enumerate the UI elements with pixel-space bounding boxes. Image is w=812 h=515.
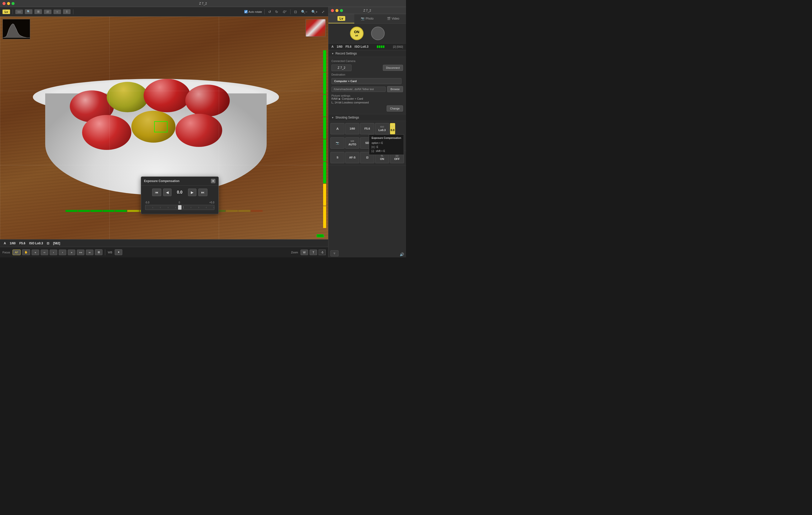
zoom-out-btn[interactable]: 🔍− — [300, 9, 308, 14]
popup-next-btn[interactable]: ▶ — [188, 189, 196, 196]
zoom-label: Zoom — [291, 251, 298, 254]
histogram-btn[interactable]: ≡≡ — [15, 9, 23, 14]
right-tabs: Lv 📷 Photo 🎬 Video — [328, 14, 406, 24]
toolbar-sep-3 — [264, 9, 265, 14]
shoot-s-btn[interactable]: S — [330, 152, 345, 163]
shoot-iso-btn[interactable]: ISO Lo0.3 — [375, 123, 389, 134]
exp-aperture: F5.6 — [346, 45, 351, 49]
destination-label-row: Destination — [331, 73, 403, 76]
toolbar-sep-1 — [12, 9, 13, 14]
maximize-button[interactable] — [11, 2, 14, 5]
status-bar: A 1/60 F5.6 ISO Lo0.3 ⊡ [582] — [0, 239, 328, 247]
exp-shutter: 1/60 — [337, 45, 343, 49]
ctrl-sep — [105, 249, 105, 255]
fit-btn[interactable]: ⊡ — [293, 9, 298, 14]
popup-next-next-btn[interactable]: ⏭ — [198, 189, 207, 196]
shoot-s-value: S — [337, 156, 338, 159]
wb-label: WB — [108, 251, 112, 254]
ctrl-double-left-btn[interactable]: ‹‹ — [41, 250, 48, 255]
ctrl-infinity-btn[interactable]: ∞ — [86, 250, 93, 255]
popup-center: 0 — [178, 201, 180, 204]
tooltip-line3: [-] : shift + E — [372, 149, 401, 153]
popup-prev-btn[interactable]: ◀ — [163, 189, 172, 196]
popup-slider-track[interactable] — [145, 205, 214, 210]
browse-button[interactable]: Browse — [387, 86, 403, 92]
angle-btn[interactable]: ·0° — [281, 9, 288, 14]
ctrl-triple-left-btn[interactable]: « — [32, 250, 39, 255]
af-btn[interactable]: AF — [12, 250, 21, 255]
shoot-wb-btn[interactable]: WB AUTO — [345, 137, 359, 149]
ctrl-hand-btn[interactable]: ✋ — [22, 249, 30, 255]
right-max-btn[interactable] — [340, 9, 343, 12]
grid-btn[interactable]: ⊞ — [34, 9, 42, 14]
rotate-right-btn[interactable]: ↻ — [274, 9, 279, 14]
tooltip-box: Exposure Compensation option + E [+] : E… — [369, 134, 404, 155]
shooting-settings-header[interactable]: ▼ Shooting Settings — [328, 114, 406, 121]
magnify-btn[interactable]: 🔍 — [25, 9, 32, 14]
lv-button[interactable]: Lv — [2, 9, 10, 14]
zoom-w-btn[interactable]: W — [300, 250, 308, 255]
minimize-button[interactable] — [7, 2, 10, 5]
camera-name-box: Z 7_2 — [331, 64, 351, 71]
shoot-afs-btn[interactable]: AF-S — [345, 152, 359, 163]
ctrl-left-btn[interactable]: ‹ — [50, 250, 57, 255]
zebra-btn[interactable]: /// — [44, 9, 52, 14]
shoot-sd-value: SD — [365, 141, 369, 145]
fullscreen-btn[interactable]: ⤢ — [321, 9, 326, 14]
disconnect-button[interactable]: Disconnect — [383, 65, 403, 71]
video-icon: 🎬 — [387, 17, 391, 20]
destination-box: Computer + Card — [331, 78, 402, 84]
right-close-btn[interactable] — [331, 9, 334, 12]
popup-min: -5.0 — [145, 201, 149, 204]
shoot-exp-icon: +/- — [391, 125, 394, 128]
bat-seg-4 — [383, 46, 384, 48]
wb-btn[interactable]: ✦ — [115, 249, 122, 255]
zoom-t-btn[interactable]: T — [310, 250, 317, 255]
ctrl-double-right-btn[interactable]: » — [68, 250, 75, 255]
left-panel: Lv ≡≡ 🔍 ⊞ /// ≈ ℹ Auto rotate ↺ ↻ ·0° ⊡ … — [0, 7, 328, 257]
record-settings-content: Connected Camera Z 7_2 Disconnect Destin… — [328, 57, 406, 114]
histogram-chart — [3, 19, 30, 39]
shoot-mode-btn[interactable]: A — [330, 123, 345, 134]
shoot-shutter-btn[interactable]: 1/60 — [345, 123, 359, 134]
rotate-left-btn[interactable]: ↺ — [267, 9, 272, 14]
change-button[interactable]: Change — [387, 106, 403, 112]
close-button[interactable] — [2, 2, 5, 5]
connected-camera-label: Connected Camera — [331, 59, 355, 62]
shooting-settings-label: Shooting Settings — [336, 116, 359, 119]
popup-thumb[interactable] — [178, 205, 181, 210]
wb-circle[interactable] — [371, 27, 385, 40]
info-btn[interactable]: ℹ — [63, 9, 70, 14]
shoot-camera-btn[interactable]: 📷 — [330, 137, 345, 149]
exposure-level-bar — [323, 50, 326, 228]
auto-rotate-checkbox[interactable] — [244, 10, 248, 13]
tab-photo[interactable]: 📷 Photo — [354, 14, 380, 23]
focus-label: Focus — [2, 251, 10, 254]
record-settings-header[interactable]: ▼ Record Settings — [328, 50, 406, 57]
popup-controls: ⏮ ◀ 0.0 ▶ ⏭ — [141, 185, 219, 199]
destination-label: Destination — [331, 73, 345, 76]
shoot-aperture-btn[interactable]: F5.6 — [360, 123, 374, 134]
af-label: AF — [355, 34, 358, 37]
picture-settings-label: Picture settings — [331, 94, 403, 97]
shoot-shutter-value: 1/60 — [350, 127, 355, 130]
af-toggle-button[interactable]: ON AF — [350, 27, 364, 40]
status-frame-icon: ⊡ — [47, 241, 49, 245]
right-min-btn[interactable] — [336, 9, 339, 12]
ctrl-right-btn[interactable]: › — [59, 250, 66, 255]
shoot-exp-btn[interactable]: +/- 0.0 — [390, 123, 395, 134]
popup-scale: -5.0 0 +5.0 — [145, 201, 214, 204]
ctrl-grid-btn[interactable]: ⊞ — [95, 249, 103, 255]
scroll-down-btn[interactable]: ▼ — [330, 250, 339, 256]
popup-prev-prev-btn[interactable]: ⏮ — [152, 189, 161, 196]
shooting-grid-1: A 1/60 F5.6 ISO Lo0.3 +/- 0.0 Exposure C… — [328, 121, 406, 136]
volume-icon: 🔊 — [400, 252, 404, 256]
overlay-btn[interactable]: ≈ — [54, 9, 61, 14]
zoom-in-btn[interactable]: 🔍+ — [310, 9, 319, 14]
ctrl-triple-right-btn[interactable]: »» — [77, 250, 84, 255]
tooltip-line1: option + E — [372, 141, 401, 145]
tab-lv[interactable]: Lv — [328, 14, 354, 23]
popup-close-button[interactable]: ✕ — [211, 179, 215, 183]
tab-video[interactable]: 🎬 Video — [380, 14, 406, 23]
shoot-afs-value: AF-S — [349, 156, 355, 159]
